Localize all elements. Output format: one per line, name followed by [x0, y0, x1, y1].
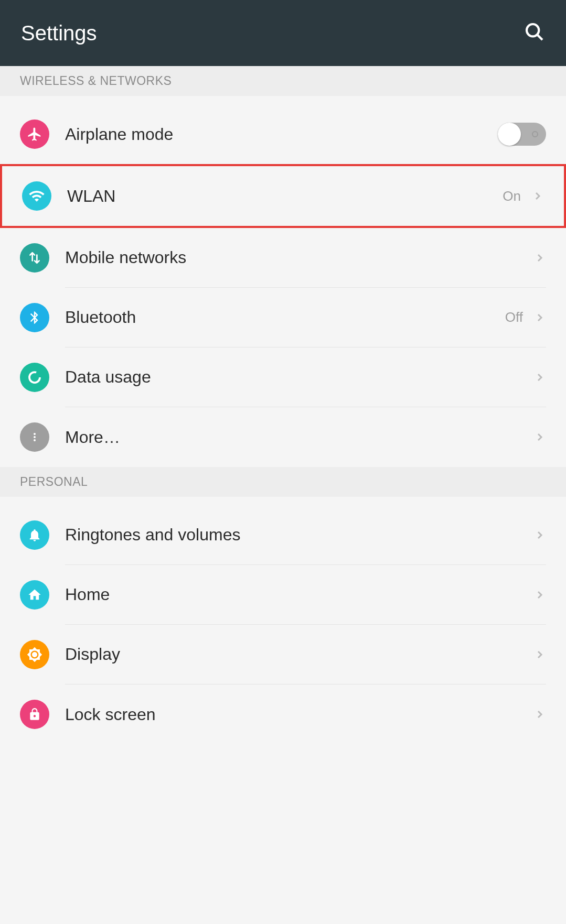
chevron-right-icon	[533, 708, 546, 721]
row-lock-screen[interactable]: Lock screen	[0, 684, 566, 744]
row-display[interactable]: Display	[0, 625, 566, 684]
chevron-right-icon	[533, 311, 546, 324]
row-ringtones[interactable]: Ringtones and volumes	[0, 505, 566, 565]
chevron-right-icon	[533, 431, 546, 443]
highlight-wlan: WLAN On	[0, 164, 566, 228]
row-label: Airplane mode	[65, 125, 498, 144]
chevron-right-icon	[533, 529, 546, 541]
mobile-data-icon	[20, 243, 49, 273]
row-label: WLAN	[67, 187, 503, 206]
page-title: Settings	[21, 21, 97, 45]
bell-icon	[20, 520, 49, 550]
row-label: Data usage	[65, 367, 533, 387]
data-usage-icon	[20, 363, 49, 392]
search-button[interactable]	[524, 21, 545, 45]
row-bluetooth[interactable]: Bluetooth Off	[0, 288, 566, 347]
brightness-icon	[20, 640, 49, 669]
row-label: Display	[65, 645, 533, 664]
airplane-icon	[20, 119, 49, 149]
svg-point-5	[34, 439, 36, 441]
svg-line-1	[537, 35, 542, 40]
row-airplane-mode[interactable]: Airplane mode	[0, 104, 566, 164]
row-status: Off	[505, 309, 523, 325]
home-icon	[20, 580, 49, 610]
chevron-right-icon	[533, 252, 546, 264]
app-header: Settings	[0, 0, 566, 66]
row-wlan[interactable]: WLAN On	[2, 166, 564, 226]
row-label: Bluetooth	[65, 308, 505, 327]
row-status: On	[503, 188, 521, 204]
row-mobile-networks[interactable]: Mobile networks	[0, 228, 566, 288]
wifi-icon	[22, 181, 51, 211]
row-label: Mobile networks	[65, 248, 533, 267]
search-icon	[524, 21, 545, 42]
airplane-toggle[interactable]	[498, 123, 546, 146]
section-header-wireless: WIRELESS & NETWORKS	[0, 66, 566, 96]
lock-icon	[20, 700, 49, 729]
row-label: Ringtones and volumes	[65, 525, 533, 545]
svg-point-0	[527, 24, 539, 36]
chevron-right-icon	[533, 589, 546, 601]
chevron-right-icon	[533, 371, 546, 384]
svg-point-3	[34, 433, 36, 435]
row-more[interactable]: More…	[0, 407, 566, 467]
more-icon	[20, 422, 49, 452]
svg-point-4	[34, 436, 36, 438]
bluetooth-icon	[20, 303, 49, 332]
row-label: More…	[65, 428, 533, 447]
chevron-right-icon	[533, 648, 546, 661]
row-home[interactable]: Home	[0, 565, 566, 625]
row-label: Home	[65, 585, 533, 604]
row-label: Lock screen	[65, 705, 533, 724]
chevron-right-icon	[531, 190, 544, 202]
svg-point-2	[29, 372, 40, 383]
row-data-usage[interactable]: Data usage	[0, 347, 566, 407]
section-header-personal: PERSONAL	[0, 467, 566, 497]
